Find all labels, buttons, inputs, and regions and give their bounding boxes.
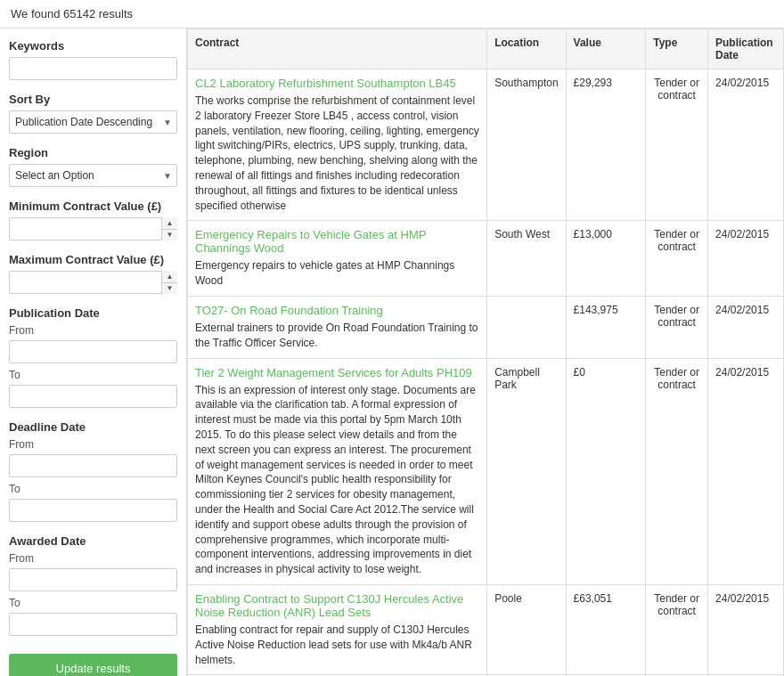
max-contract-group: Maximum Contract Value (£) ▲ ▼	[9, 253, 177, 294]
table-row: Enabling Contract to Support C130J Hercu…	[188, 584, 784, 674]
location-cell: Poole	[487, 584, 566, 674]
location-cell	[487, 296, 566, 358]
max-contract-spinner-wrapper: ▲ ▼	[9, 271, 177, 294]
type-cell: Tender or contract	[646, 584, 708, 674]
th-pubdate: Publication Date	[708, 29, 784, 69]
region-group: Region Select an Option North West South…	[9, 146, 177, 187]
max-contract-down-btn[interactable]: ▼	[162, 283, 177, 295]
min-contract-spinner-wrapper: ▲ ▼	[9, 217, 177, 240]
contract-title-link[interactable]: Enabling Contract to Support C130J Hercu…	[195, 592, 479, 619]
pub-date-cell: 24/02/2015	[708, 221, 784, 297]
min-contract-down-btn[interactable]: ▼	[162, 230, 177, 241]
th-location: Location	[487, 29, 566, 69]
contract-title-link[interactable]: Emergency Repairs to Vehicle Gates at HM…	[195, 228, 479, 255]
type-cell: Tender or contract	[646, 221, 708, 297]
results-table: Contract Location Value Type Publication…	[187, 29, 784, 676]
region-select-wrapper: Select an Option North West South West E…	[9, 164, 177, 187]
sort-by-group: Sort By Publication Date Descending Publ…	[9, 93, 177, 134]
contract-title-link[interactable]: Tier 2 Weight Management Services for Ad…	[195, 366, 479, 379]
th-contract: Contract	[188, 29, 487, 69]
contract-title-link[interactable]: CL2 Laboratory Refurbishment Southampton…	[195, 77, 479, 90]
sort-by-select[interactable]: Publication Date Descending Publication …	[9, 110, 177, 134]
awarded-from-label: From	[9, 552, 177, 565]
keywords-input[interactable]	[9, 57, 177, 80]
contract-cell: Enabling Contract to Support C130J Hercu…	[188, 584, 487, 674]
pub-to-label: To	[9, 369, 177, 381]
table-header-row: Contract Location Value Type Publication…	[188, 29, 784, 69]
table-row: Emergency Repairs to Vehicle Gates at HM…	[188, 221, 784, 297]
deadline-to-label: To	[9, 483, 177, 495]
pub-date-cell: 24/02/2015	[708, 296, 784, 358]
value-cell: £143,975	[566, 296, 646, 358]
type-cell: Tender or contract	[646, 358, 708, 584]
sort-by-label: Sort By	[9, 93, 177, 106]
pub-date-label: Publication Date	[9, 306, 177, 320]
min-contract-spinner-buttons: ▲ ▼	[161, 217, 177, 240]
deadline-from-label: From	[9, 438, 177, 451]
pub-to-input[interactable]	[9, 385, 177, 408]
region-label: Region	[9, 146, 177, 159]
min-contract-group: Minimum Contract Value (£) ▲ ▼	[9, 200, 177, 240]
th-value: Value	[566, 29, 646, 69]
location-cell: Campbell Park	[487, 358, 566, 584]
contract-description: External trainers to provide On Road Fou…	[195, 322, 478, 349]
region-select[interactable]: Select an Option North West South West E…	[9, 164, 177, 187]
deadline-to-input[interactable]	[9, 499, 177, 522]
value-cell: £29,293	[566, 69, 646, 221]
pub-date-group: Publication Date From To	[9, 306, 177, 408]
sort-by-select-wrapper: Publication Date Descending Publication …	[9, 110, 177, 134]
value-cell: £0	[566, 358, 646, 584]
awarded-date-label: Awarded Date	[9, 534, 177, 548]
contract-description: The works comprise the refurbishment of …	[195, 94, 479, 212]
contract-cell: Tier 2 Weight Management Services for Ad…	[188, 358, 487, 584]
sidebar: Keywords Sort By Publication Date Descen…	[0, 29, 187, 676]
type-cell: Tender or contract	[646, 69, 708, 221]
table-row: Tier 2 Weight Management Services for Ad…	[188, 358, 784, 584]
keywords-group: Keywords	[9, 39, 177, 80]
table-row: TO27- On Road Foundation TrainingExterna…	[188, 296, 784, 358]
deadline-date-group: Deadline Date From To	[9, 420, 177, 522]
location-cell: Southampton	[487, 69, 566, 221]
content-area: Contract Location Value Type Publication…	[187, 29, 784, 676]
pub-from-input[interactable]	[9, 340, 177, 363]
contract-title-link[interactable]: TO27- On Road Foundation Training	[195, 304, 479, 317]
value-cell: £13,000	[566, 221, 646, 297]
deadline-date-label: Deadline Date	[9, 420, 177, 434]
table-row: CL2 Laboratory Refurbishment Southampton…	[188, 69, 784, 221]
pub-date-cell: 24/02/2015	[708, 69, 784, 221]
contract-description: Emergency repairs to vehicle gates at HM…	[195, 259, 454, 287]
update-results-button[interactable]: Update results	[9, 654, 177, 676]
keywords-label: Keywords	[9, 39, 177, 53]
max-contract-input[interactable]	[9, 271, 177, 294]
min-contract-label: Minimum Contract Value (£)	[9, 200, 177, 213]
contract-description: This is an expression of interest only s…	[195, 384, 476, 576]
awarded-from-input[interactable]	[9, 568, 177, 591]
type-cell: Tender or contract	[646, 296, 708, 358]
contract-cell: CL2 Laboratory Refurbishment Southampton…	[188, 69, 487, 221]
min-contract-input[interactable]	[9, 217, 177, 240]
awarded-date-group: Awarded Date From To	[9, 534, 177, 636]
max-contract-spinner-buttons: ▲ ▼	[161, 271, 177, 294]
location-cell: South West	[487, 221, 566, 297]
deadline-from-input[interactable]	[9, 454, 177, 477]
contract-cell: Emergency Repairs to Vehicle Gates at HM…	[188, 221, 487, 297]
pub-date-cell: 24/02/2015	[708, 584, 784, 674]
max-contract-up-btn[interactable]: ▲	[162, 271, 177, 283]
value-cell: £63,051	[566, 584, 646, 674]
awarded-to-label: To	[9, 597, 177, 609]
contract-description: Enabling contract for repair and supply …	[195, 623, 472, 666]
min-contract-up-btn[interactable]: ▲	[162, 217, 177, 230]
pub-from-label: From	[9, 324, 177, 337]
max-contract-label: Maximum Contract Value (£)	[9, 253, 177, 266]
results-count: We found 65142 results	[11, 7, 133, 20]
contract-cell: TO27- On Road Foundation TrainingExterna…	[188, 296, 487, 358]
pub-date-cell: 24/02/2015	[708, 358, 784, 584]
th-type: Type	[646, 29, 708, 69]
awarded-to-input[interactable]	[9, 613, 177, 636]
